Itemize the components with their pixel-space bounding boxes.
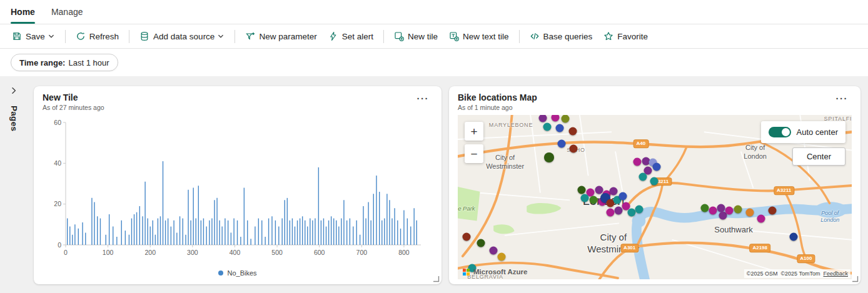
more-options-button[interactable]: ··· [832, 92, 852, 104]
filter-bar: Time range: Last 1 hour [0, 49, 868, 76]
chevron-down-icon [48, 32, 55, 40]
bike-location-marker[interactable] [543, 123, 552, 131]
favorite-button[interactable]: Favorite [598, 27, 654, 46]
bike-location-marker[interactable] [633, 157, 641, 166]
new-parameter-button-label: New parameter [259, 32, 316, 41]
bike-location-marker[interactable] [768, 206, 776, 214]
x-axis-tick-label: 200 [144, 249, 156, 256]
bike-location-marker[interactable] [557, 139, 565, 147]
bike-location-marker[interactable] [556, 124, 564, 132]
resize-handle-icon[interactable] [852, 276, 859, 282]
pages-rail: Pages [0, 76, 28, 293]
center-button[interactable]: Center [792, 147, 845, 166]
new-text-tile-button[interactable]: New text tile [443, 27, 515, 46]
x-axis-tick-label: 800 [398, 249, 410, 256]
bike-location-marker[interactable] [635, 205, 643, 213]
bike-location-marker[interactable] [568, 127, 577, 136]
legend-marker [218, 271, 223, 276]
legend-label: No_Bikes [227, 269, 256, 277]
toolbar-divider [129, 30, 129, 43]
bike-location-marker[interactable] [595, 186, 603, 194]
osm-attribution: ©2025 OSM [747, 271, 778, 277]
bike-location-marker[interactable] [577, 186, 585, 194]
set-alert-button[interactable]: Set alert [323, 27, 379, 46]
refresh-icon [76, 31, 86, 41]
x-axis-tick-label: 0 [64, 249, 68, 256]
bike-location-marker[interactable] [639, 173, 647, 181]
tile-title: New Tile [43, 92, 104, 102]
expand-pages-button[interactable] [7, 84, 21, 99]
resize-handle-icon[interactable] [433, 276, 440, 282]
toolbar-divider [235, 30, 235, 43]
bike-location-marker[interactable] [746, 208, 754, 216]
top-nav: Home Manage [0, 0, 868, 24]
bike-location-marker[interactable] [570, 144, 578, 152]
x-axis-tick-label: 600 [314, 249, 325, 256]
map-attribution: ©2025 OSM ©2025 TomTom Feedback [744, 269, 850, 278]
tab-home[interactable]: Home [11, 0, 35, 24]
add-data-source-button-label: Add data source [153, 32, 214, 41]
bike-location-marker[interactable] [709, 206, 717, 214]
tile-subtitle: As of 1 minute ago [458, 104, 537, 111]
bike-location-marker[interactable] [618, 192, 627, 200]
time-range-filter[interactable]: Time range: Last 1 hour [11, 54, 118, 71]
azure-maps-logo: Microsoft Azure [463, 268, 527, 276]
bike-location-marker[interactable] [701, 204, 709, 212]
more-options-button[interactable]: ··· [413, 92, 433, 104]
bike-location-marker[interactable] [609, 187, 617, 195]
auto-center-toggle[interactable] [769, 127, 791, 137]
azure-logo-text: Microsoft Azure [473, 268, 527, 276]
tab-manage-label: Manage [51, 7, 83, 17]
y-axis-tick-label: 0 [58, 241, 61, 249]
bike-location-marker[interactable] [734, 205, 742, 213]
tab-manage[interactable]: Manage [51, 0, 83, 24]
refresh-button[interactable]: Refresh [70, 27, 124, 46]
add-data-source-button[interactable]: Add data source [134, 27, 230, 46]
bike-location-marker[interactable] [607, 208, 615, 216]
feedback-link[interactable]: Feedback [823, 271, 848, 277]
bike-location-marker[interactable] [477, 239, 485, 247]
map-canvas[interactable]: + − Auto center Center Microsoft Azure [458, 115, 852, 279]
bike-location-marker[interactable] [653, 162, 661, 171]
tab-home-label: Home [11, 7, 35, 17]
road-badge: A301 [620, 244, 638, 252]
tile-bike-locations-map: Bike locations Map As of 1 minute ago ··… [449, 86, 860, 284]
new-parameter-button[interactable]: New parameter [240, 27, 322, 46]
map-controls: Auto center Center [761, 121, 846, 166]
zoom-out-button[interactable]: − [465, 144, 483, 163]
bike-location-marker[interactable] [590, 196, 598, 204]
bike-location-marker[interactable] [789, 232, 797, 241]
bike-location-marker[interactable] [581, 194, 589, 202]
new-tile-button[interactable]: New tile [388, 27, 443, 46]
parameter-icon [245, 31, 255, 41]
chevron-down-icon [217, 32, 225, 40]
set-alert-button-label: Set alert [342, 32, 373, 41]
new-tile-button-label: New tile [408, 32, 438, 41]
new-text-tile-button-label: New text tile [463, 32, 509, 41]
y-axis-tick-label: 20 [54, 200, 61, 207]
toggle-knob [782, 128, 790, 136]
bike-location-marker[interactable] [490, 247, 498, 255]
zoom-in-button[interactable]: + [465, 122, 483, 141]
base-queries-button-label: Base queries [543, 32, 593, 41]
bike-location-marker[interactable] [463, 232, 471, 241]
alert-icon [328, 31, 338, 41]
bike-location-marker[interactable] [497, 252, 505, 261]
road-badge: A3211 [774, 186, 794, 195]
y-axis-tick-label: 60 [54, 119, 61, 126]
auto-center-control: Auto center [761, 121, 846, 143]
dashboard-canvas: New Tile As of 27 minutes ago ··· 020406… [28, 76, 868, 293]
dashboard-app: Home Manage SaveRefreshAdd data sourceNe… [0, 0, 868, 293]
toolbar-divider [65, 30, 66, 43]
map-zoom-controls: + − [465, 122, 483, 163]
bike-location-marker[interactable] [615, 206, 623, 214]
save-button[interactable]: Save [6, 27, 61, 46]
bike-location-marker[interactable] [757, 214, 765, 222]
bike-location-marker[interactable] [544, 152, 554, 162]
save-button-label: Save [26, 32, 45, 41]
base-queries-button[interactable]: Base queries [524, 27, 598, 46]
chart-area: 02040600100200300400500600700800 No_Bike… [43, 111, 433, 279]
x-axis-tick-label: 100 [103, 249, 114, 256]
bike-location-marker[interactable] [650, 177, 658, 186]
bike-location-marker[interactable] [725, 206, 734, 214]
